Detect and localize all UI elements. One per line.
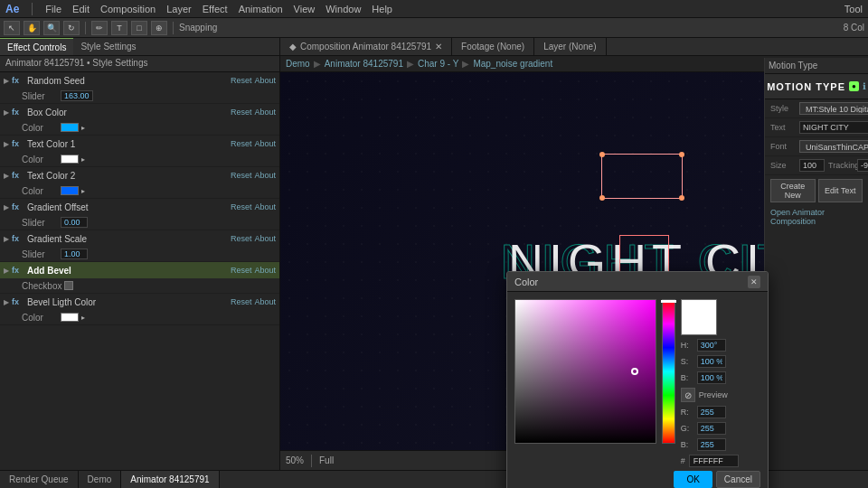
reset-btn[interactable]: Reset bbox=[231, 234, 252, 243]
rotate-tool[interactable]: ↻ bbox=[63, 21, 80, 35]
text-tool[interactable]: T bbox=[111, 21, 127, 35]
breadcrumb-map[interactable]: Map_noise gradient bbox=[473, 59, 552, 69]
handle-dot-tr[interactable] bbox=[679, 152, 684, 157]
checkbox-icon[interactable] bbox=[64, 281, 73, 290]
effect-row-box-color[interactable]: ▶ fx Box Color Reset About bbox=[0, 104, 279, 120]
about-btn[interactable]: About bbox=[254, 266, 276, 275]
menu-help[interactable]: Help bbox=[372, 4, 392, 14]
effect-row-add-bevel[interactable]: ▶ fx Add Bevel Reset About bbox=[0, 262, 279, 278]
handle-dot-bl[interactable] bbox=[599, 195, 605, 201]
sub-color-box[interactable]: Color ▸ bbox=[0, 120, 279, 135]
sub-color-bevel[interactable]: Color ▸ bbox=[0, 310, 279, 324]
color-swatch-text1[interactable] bbox=[61, 155, 79, 164]
tl-tab-render-queue[interactable]: Render Queue bbox=[0, 471, 79, 488]
g-input[interactable] bbox=[697, 422, 726, 435]
color-gradient-picker[interactable] bbox=[514, 299, 656, 444]
sub-color-text1[interactable]: Color ▸ bbox=[0, 152, 279, 166]
tab-layer[interactable]: Layer (None) bbox=[534, 38, 606, 55]
about-btn[interactable]: About bbox=[254, 76, 276, 85]
eyedropper-button[interactable]: ⊘ bbox=[681, 388, 695, 402]
about-btn[interactable]: About bbox=[254, 202, 276, 211]
mt-tracking-input[interactable] bbox=[857, 159, 868, 172]
color-swatch-bevel[interactable] bbox=[61, 313, 79, 322]
close-icon[interactable]: ✕ bbox=[435, 42, 442, 52]
breadcrumb-char[interactable]: Char 9 - Y bbox=[418, 59, 458, 69]
effect-row-random-seed[interactable]: ▶ fx Random Seed Reset About bbox=[0, 72, 279, 89]
color-swatch-box[interactable] bbox=[61, 123, 79, 132]
dialog-close-button[interactable]: ✕ bbox=[748, 276, 760, 288]
mt-text-input[interactable] bbox=[799, 121, 868, 134]
s-input[interactable] bbox=[697, 355, 726, 368]
effect-row-gradient-offset[interactable]: ▶ fx Gradient Offset Reset About bbox=[0, 199, 279, 215]
mt-info-button[interactable]: ℹ bbox=[863, 81, 866, 91]
b-input[interactable] bbox=[697, 371, 726, 384]
r-input[interactable] bbox=[697, 406, 726, 418]
select-tool[interactable]: ↖ bbox=[4, 21, 20, 35]
about-btn[interactable]: About bbox=[254, 108, 276, 117]
sub-color-text2[interactable]: Color ▸ bbox=[0, 183, 279, 198]
sub-slider-gradient[interactable]: Slider 0.00 bbox=[0, 215, 279, 230]
menu-file[interactable]: File bbox=[45, 4, 61, 14]
mt-open-link[interactable]: Open Animator Composition bbox=[765, 206, 868, 228]
tab-effect-controls[interactable]: Effect Controls bbox=[0, 38, 73, 55]
menu-animation[interactable]: Animation bbox=[239, 4, 283, 14]
hex-input[interactable] bbox=[689, 455, 739, 467]
menu-view[interactable]: View bbox=[294, 4, 316, 14]
menu-effect[interactable]: Effect bbox=[203, 4, 228, 14]
zoom-tool[interactable]: 🔍 bbox=[43, 21, 60, 35]
fx-badge: fx bbox=[12, 266, 24, 275]
reset-btn[interactable]: Reset bbox=[231, 139, 252, 148]
h-input[interactable] bbox=[697, 339, 726, 352]
effect-row-text-color2[interactable]: ▶ fx Text Color 2 Reset About bbox=[0, 167, 279, 183]
about-btn[interactable]: About bbox=[254, 297, 276, 306]
tab-footage[interactable]: Footage (None) bbox=[452, 38, 534, 55]
pen-tool[interactable]: ✏ bbox=[91, 21, 108, 35]
menu-window[interactable]: Window bbox=[326, 4, 361, 14]
slider-value[interactable]: 0.00 bbox=[61, 217, 88, 228]
sub-slider-random[interactable]: Slider 163.00 bbox=[0, 89, 279, 103]
tab-comp1[interactable]: ◆ Composition Animator 84125791 ✕ bbox=[280, 38, 452, 55]
menu-composition[interactable]: Composition bbox=[100, 4, 156, 14]
reset-btn[interactable]: Reset bbox=[231, 171, 252, 180]
menu-edit[interactable]: Edit bbox=[72, 4, 90, 14]
mt-font-dropdown[interactable]: UniSansThinCAPS bbox=[799, 140, 868, 153]
color-swatch-text2[interactable] bbox=[61, 186, 79, 195]
shape-tool[interactable]: □ bbox=[131, 21, 147, 35]
effect-row-bevel-light[interactable]: ▶ fx Bevel Ligth Color Reset About bbox=[0, 294, 279, 310]
tl-tab-demo[interactable]: Demo bbox=[79, 471, 122, 488]
mt-size-input[interactable] bbox=[799, 159, 825, 172]
handle-dot-br[interactable] bbox=[679, 195, 684, 201]
about-btn[interactable]: About bbox=[254, 171, 276, 180]
breadcrumb-animator[interactable]: Animator 84125791 bbox=[325, 59, 403, 69]
mt-style-dropdown[interactable]: MT:Style 10 Digital bbox=[799, 102, 868, 115]
slider-value[interactable]: 163.00 bbox=[61, 90, 93, 101]
hue-strip[interactable] bbox=[662, 299, 675, 444]
reset-btn[interactable]: Reset bbox=[231, 108, 252, 117]
mt-create-btn[interactable]: Create New bbox=[770, 179, 816, 202]
tl-tab-comp[interactable]: Animator 84125791 bbox=[121, 471, 219, 488]
effect-row-gradient-scale[interactable]: ▶ fx Gradient Scale Reset About bbox=[0, 230, 279, 247]
slider-value[interactable]: 1.00 bbox=[61, 249, 88, 259]
b2-input[interactable] bbox=[697, 438, 726, 451]
ok-button[interactable]: OK bbox=[674, 471, 712, 488]
handle-dot-tl[interactable] bbox=[599, 152, 605, 157]
sub-slider-scale[interactable]: Slider 1.00 bbox=[0, 247, 279, 261]
menu-layer[interactable]: Layer bbox=[166, 4, 192, 14]
sub-checkbox-bevel[interactable]: Checkbox bbox=[0, 278, 279, 293]
tab-style-settings[interactable]: Style Settings bbox=[73, 38, 143, 55]
workspace-label[interactable]: Tool bbox=[844, 4, 863, 14]
about-btn[interactable]: About bbox=[254, 234, 276, 243]
hand-tool[interactable]: ✋ bbox=[24, 21, 40, 35]
reset-btn[interactable]: Reset bbox=[231, 266, 252, 275]
mt-edit-btn[interactable]: Edit Text bbox=[818, 179, 863, 202]
breadcrumb-demo[interactable]: Demo bbox=[286, 59, 310, 69]
puppet-tool[interactable]: ⊕ bbox=[151, 21, 167, 35]
reset-btn[interactable]: Reset bbox=[231, 76, 252, 85]
reset-btn[interactable]: Reset bbox=[231, 297, 252, 306]
effect-row-text-color1[interactable]: ▶ fx Text Color 1 Reset About bbox=[0, 136, 279, 152]
reset-btn[interactable]: Reset bbox=[231, 202, 252, 211]
about-btn[interactable]: About bbox=[254, 139, 276, 148]
arrow-icon: ▸ bbox=[81, 314, 85, 322]
selection-handles bbox=[601, 154, 683, 199]
cancel-button[interactable]: Cancel bbox=[716, 471, 760, 488]
